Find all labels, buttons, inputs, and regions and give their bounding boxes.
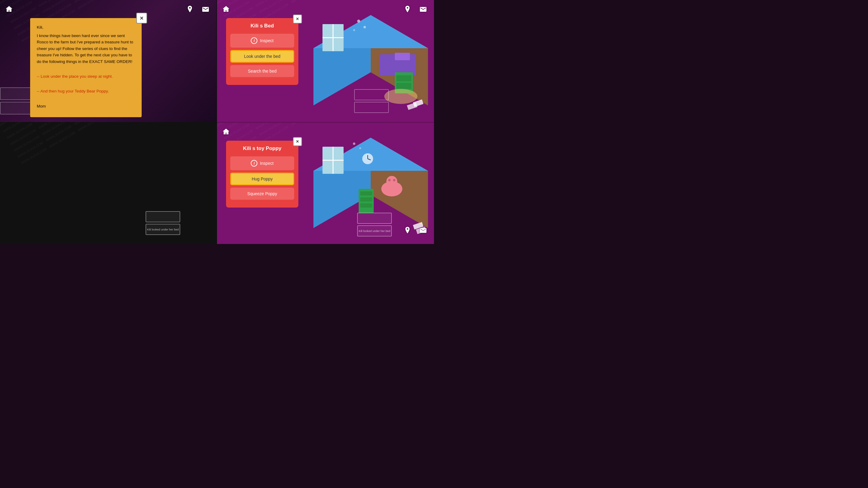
right-bottom-status-1 <box>357 213 392 224</box>
svg-point-24 <box>386 176 397 187</box>
svg-point-25 <box>388 179 391 181</box>
kili-bed-popup: × Kili s Bed i Inspect Look under the be… <box>226 18 299 85</box>
letter-content: Kili, I know things have been hard ever … <box>37 24 135 109</box>
bed-popup-close-button[interactable]: × <box>293 14 302 24</box>
status-box-empty <box>146 211 180 222</box>
letter-clue1: -- Look under the place you sleep at nig… <box>37 73 135 80</box>
bed-search-label: Search the bed <box>248 69 277 73</box>
right-top-section: WWW.JIUXIA.COM WWW.JIUXIA.COM WWW.JIUXIA… <box>217 0 434 122</box>
toy-hug-label: Hug Poppy <box>252 176 273 181</box>
right-bottom-nav-icons <box>403 225 428 235</box>
letter-clue2: -- And then hug your Teddy Bear Poppy. <box>37 88 135 95</box>
toy-hug-poppy-button[interactable]: Hug Poppy <box>230 173 294 185</box>
svg-point-37 <box>359 147 361 149</box>
svg-point-13 <box>353 29 355 31</box>
right-panel: WWW.JIUXIA.COM WWW.JIUXIA.COM WWW.JIUXIA… <box>217 0 434 244</box>
home-icon[interactable] <box>4 4 14 14</box>
svg-rect-30 <box>360 203 372 207</box>
bed-search-button[interactable]: Search the bed <box>230 65 294 77</box>
left-top-nav-icons <box>185 4 210 14</box>
letter-close-button[interactable]: × <box>136 13 147 24</box>
right-bottom-status-boxes: Kili looked under her bed <box>357 213 392 236</box>
right-bottom-status-text: Kili looked under her bed <box>359 229 390 233</box>
toy-inspect-info-icon: i <box>251 160 257 167</box>
left-bottom-status-boxes: Kili looked under her bed <box>146 211 180 235</box>
left-panel: WWW.JIUXIA.COM WWW.JIUXIA.COM WWW.JIUXIA… <box>0 0 217 244</box>
letter-body: I know things have been hard ever since … <box>37 33 135 65</box>
svg-marker-15 <box>407 102 417 110</box>
right-bottom-location-icon[interactable] <box>403 225 412 235</box>
right-top-placeholder-1 <box>354 89 389 100</box>
bed-look-under-button[interactable]: Look under the bed <box>230 50 294 63</box>
svg-rect-28 <box>360 191 372 195</box>
left-bottom-bg <box>0 122 216 244</box>
bed-popup-title: Kili s Bed <box>230 23 294 29</box>
bed-look-under-label: Look under the bed <box>244 54 281 59</box>
toy-inspect-label: Inspect <box>260 161 273 166</box>
inspect-info-icon: i <box>251 37 257 44</box>
svg-rect-7 <box>396 83 411 89</box>
letter-popup: × Kili, I know things have been hard eve… <box>30 18 142 117</box>
right-bottom-home-nav[interactable] <box>221 127 231 136</box>
svg-point-11 <box>357 20 360 23</box>
right-bottom-status-2: Kili looked under her bed <box>357 225 392 236</box>
status-box-text: Kili looked under her bed <box>147 228 179 231</box>
right-top-home-icon[interactable] <box>221 4 231 14</box>
bed-inspect-button[interactable]: i Inspect <box>230 34 294 47</box>
toy-popup-close-button[interactable]: × <box>293 137 302 146</box>
right-top-nav-icons <box>403 4 428 14</box>
toy-squeeze-button[interactable]: Squeeze Poppy <box>230 188 294 200</box>
left-top-home-nav[interactable] <box>4 4 14 14</box>
location-icon[interactable] <box>185 4 195 14</box>
svg-rect-6 <box>396 75 411 82</box>
left-bottom-section: WWW.JIUXIA.COM WWW.JIUXIA.COM WWW.JIUXIA… <box>0 122 216 244</box>
toy-popup-title: Kili s toy Poppy <box>230 145 294 152</box>
right-bottom-mail-icon[interactable] <box>418 225 428 235</box>
toy-inspect-button[interactable]: i Inspect <box>230 156 294 170</box>
right-top-placeholder-boxes <box>354 89 389 113</box>
right-top-mail-icon[interactable] <box>418 4 428 14</box>
toy-squeeze-label: Squeeze Poppy <box>247 191 277 196</box>
kili-toy-popup: × Kili s toy Poppy i Inspect Hug Poppy S… <box>226 141 299 207</box>
right-bottom-section: WWW.JIUXIA.COM WWW.JIUXIA.COM WWW.JIUXIA… <box>217 122 434 244</box>
main-layout: WWW.JIUXIA.COM WWW.JIUXIA.COM WWW.JIUXIA… <box>0 0 434 244</box>
right-bottom-home-icon[interactable] <box>221 127 231 136</box>
svg-rect-4 <box>395 53 410 60</box>
bed-inspect-label: Inspect <box>260 38 273 43</box>
svg-point-36 <box>353 142 355 145</box>
left-top-section: WWW.JIUXIA.COM WWW.JIUXIA.COM WWW.JIUXIA… <box>0 0 216 122</box>
letter-sign: Mom <box>37 103 135 110</box>
right-top-home-nav[interactable] <box>221 4 231 14</box>
mail-icon[interactable] <box>201 4 210 14</box>
svg-point-26 <box>393 179 396 181</box>
letter-greeting: Kili, <box>37 24 135 31</box>
svg-point-12 <box>364 26 366 28</box>
right-top-location-icon[interactable] <box>403 4 412 14</box>
right-top-placeholder-2 <box>354 102 389 113</box>
status-box-label: Kili looked under her bed <box>146 224 180 235</box>
svg-rect-29 <box>360 197 372 201</box>
svg-point-16 <box>384 89 417 104</box>
